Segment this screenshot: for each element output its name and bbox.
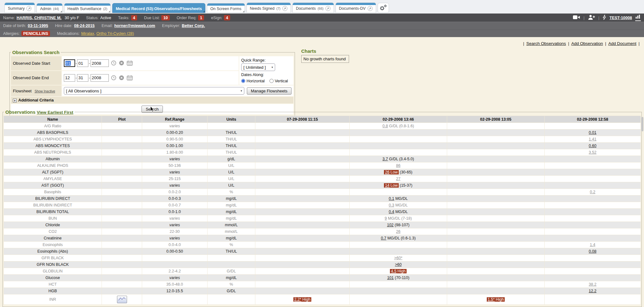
observation-value-cell: 2.2* High bbox=[255, 294, 350, 305]
flowsheet-select[interactable]: [ All Observations ]▾ bbox=[64, 87, 244, 95]
tab-documents[interactable]: Documents(66) bbox=[292, 3, 334, 13]
observation-value-cell bbox=[447, 169, 545, 176]
observation-value-link[interactable]: 0.08 bbox=[589, 249, 596, 254]
open-in-new-icon[interactable] bbox=[368, 6, 373, 11]
due-list-count-badge[interactable]: 10 bbox=[161, 15, 169, 20]
esign-count-badge[interactable]: 4 bbox=[224, 15, 230, 20]
observation-value-link[interactable]: 3.52 bbox=[589, 150, 596, 155]
observation-value-link[interactable]: 102 bbox=[387, 223, 394, 227]
observation-value-link[interactable]: 0.8 bbox=[382, 124, 388, 128]
open-in-new-icon[interactable] bbox=[325, 6, 330, 11]
calendar-icon[interactable] bbox=[127, 60, 133, 67]
employer-label: Employer: bbox=[162, 23, 180, 28]
add-document-link[interactable]: Add Document bbox=[608, 41, 636, 46]
observation-value-link[interactable]: 0.2 bbox=[590, 190, 595, 194]
quick-range-select[interactable]: [ Unlimited ]▾ bbox=[241, 63, 275, 71]
clear-date-icon[interactable] bbox=[119, 60, 124, 67]
start-year-input[interactable] bbox=[91, 59, 109, 67]
show-inactive-link[interactable]: Show Inactive bbox=[35, 89, 55, 93]
view-earliest-first-link[interactable]: View Earliest First bbox=[37, 110, 73, 115]
open-in-new-icon[interactable] bbox=[282, 6, 287, 11]
horizontal-radio[interactable] bbox=[241, 79, 245, 83]
abnormal-flag-badge: 4.5 High bbox=[390, 269, 407, 273]
tasks-count-badge[interactable]: 4 bbox=[131, 15, 137, 20]
observation-value-link[interactable]: 0.1 bbox=[389, 196, 394, 201]
expand-plus-icon[interactable]: + bbox=[13, 99, 17, 102]
medication-link[interactable]: Ortho Tri-Cyclen (28) bbox=[97, 31, 134, 36]
observation-value-link[interactable]: 26 bbox=[396, 229, 401, 234]
observation-value-link[interactable]: 101 bbox=[387, 276, 394, 280]
observation-value-link[interactable]: >60 bbox=[395, 262, 402, 267]
observation-value-link[interactable]: 38.2 bbox=[589, 282, 596, 287]
observation-value-cell: 86 bbox=[350, 162, 447, 169]
observation-value-link[interactable]: >60* bbox=[394, 256, 402, 260]
tab-health-surveillance[interactable]: Health Surveillance(2) bbox=[64, 3, 111, 13]
search-observations-link[interactable]: Search Observations bbox=[526, 41, 566, 46]
observation-row: GLOBULIN2.2-4.2G/DL4.5 High bbox=[4, 268, 641, 275]
observation-value-link[interactable]: 14 bbox=[385, 183, 389, 188]
start-day-input[interactable] bbox=[77, 59, 88, 67]
observation-value-link[interactable]: 27 bbox=[396, 177, 401, 181]
plot-cell bbox=[102, 294, 142, 305]
observation-value-link[interactable]: 0.60 bbox=[589, 144, 596, 148]
tab-needs-signed[interactable]: Needs Signed(7) bbox=[247, 3, 291, 13]
medication-link[interactable]: Miralax bbox=[81, 31, 94, 36]
observation-value-cell bbox=[255, 268, 350, 275]
observation-value-link[interactable]: 9 bbox=[385, 216, 387, 221]
observation-value-cell bbox=[255, 182, 350, 189]
observation-value-cell: 102 (98-107) bbox=[350, 222, 447, 228]
tab-summary[interactable]: Summary bbox=[4, 3, 35, 13]
end-month-input[interactable] bbox=[64, 74, 75, 82]
tab-settings-button[interactable] bbox=[378, 3, 389, 13]
start-month-input[interactable]: 01 bbox=[64, 59, 75, 67]
observation-value-link[interactable]: 0.7 bbox=[381, 236, 386, 240]
tab-admin[interactable]: Admin(44) bbox=[36, 3, 62, 13]
tab-medical-record-active[interactable]: Medical Record (53):Observations/Flowshe… bbox=[112, 3, 205, 13]
observation-value-link[interactable]: 12.2 bbox=[589, 289, 596, 293]
observation-value-link[interactable]: 0.01 bbox=[589, 130, 596, 135]
observation-value-link[interactable]: 2.2* bbox=[294, 297, 301, 302]
observation-value-link[interactable]: 0.4 bbox=[389, 210, 394, 214]
open-in-new-icon[interactable] bbox=[26, 6, 31, 11]
video-call-icon[interactable] bbox=[573, 15, 580, 21]
additional-criteria-row[interactable]: +Additional Criteria bbox=[11, 97, 293, 103]
allergy-badge[interactable]: PENICILLINS bbox=[21, 31, 50, 36]
vertical-radio[interactable] bbox=[269, 79, 274, 83]
quick-action-bolt-icon[interactable] bbox=[602, 14, 606, 21]
observation-value-cell bbox=[447, 129, 545, 136]
observation-value-link[interactable]: 1.41 bbox=[589, 137, 596, 141]
observation-value-cell bbox=[545, 294, 641, 305]
bar-chart-icon[interactable] bbox=[635, 14, 641, 21]
time-picker-icon[interactable] bbox=[111, 75, 116, 81]
observation-value-cell bbox=[255, 189, 350, 195]
add-observation-link[interactable]: Add Observation bbox=[571, 41, 603, 46]
tab-label: Documents-DV bbox=[339, 6, 366, 11]
calendar-icon[interactable] bbox=[127, 75, 133, 81]
employer-value: Better Corp. bbox=[182, 23, 205, 28]
observation-value-cell bbox=[447, 209, 545, 215]
tab-on-screen-forms[interactable]: On Screen Forms bbox=[207, 3, 245, 13]
time-picker-icon[interactable] bbox=[111, 60, 116, 67]
observation-value-cell bbox=[447, 123, 545, 129]
ref-range-value: 0.0-0.3 bbox=[142, 195, 208, 202]
observation-name: ALKALINE PHOS bbox=[4, 162, 102, 169]
end-year-input[interactable] bbox=[91, 74, 109, 82]
clear-date-icon[interactable] bbox=[119, 75, 124, 81]
observation-action-links: | Search Observations | Add Observation … bbox=[523, 41, 640, 46]
observation-value-link[interactable]: 0.3 bbox=[389, 203, 394, 207]
observation-value-link[interactable]: 3.7 bbox=[382, 157, 388, 161]
units-value: g/dL bbox=[208, 156, 255, 162]
observation-value-link[interactable]: 1.5* bbox=[488, 297, 495, 302]
observation-value-link[interactable]: 26 bbox=[385, 170, 389, 174]
manage-flowsheets-button[interactable]: Manage Flowsheets bbox=[247, 87, 291, 95]
plot-sparkline-button[interactable] bbox=[117, 296, 127, 303]
observation-value-link[interactable]: 86 bbox=[396, 163, 401, 168]
observation-value-cell bbox=[255, 169, 350, 176]
add-person-icon[interactable] bbox=[588, 14, 595, 21]
observation-value-link[interactable]: 1.4 bbox=[590, 243, 595, 247]
order-req-count-badge[interactable]: 1 bbox=[198, 15, 204, 20]
observation-value-link[interactable]: 4.5 bbox=[391, 269, 396, 273]
end-day-input[interactable] bbox=[77, 74, 88, 82]
tab-documents-dv[interactable]: Documents-DV bbox=[336, 3, 376, 13]
scrollbar-thumb[interactable] bbox=[641, 117, 643, 131]
